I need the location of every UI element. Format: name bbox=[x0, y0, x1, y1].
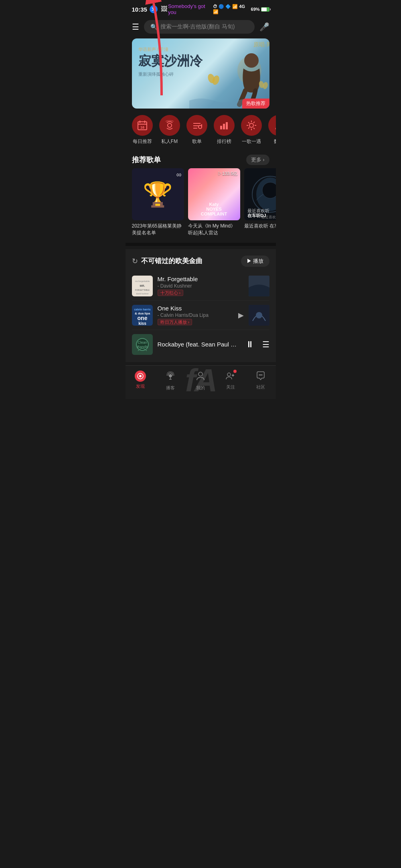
community-icon bbox=[255, 371, 266, 383]
svg-point-12 bbox=[168, 123, 172, 127]
nav-discover[interactable]: 发现 bbox=[126, 369, 156, 393]
svg-point-29 bbox=[262, 182, 276, 198]
now-playing-notification: Somebody's got you bbox=[168, 3, 213, 15]
category-digital[interactable]: 数字 bbox=[265, 115, 276, 145]
rockabye-cover-art: Clean Bandit bbox=[132, 334, 153, 355]
category-playlist[interactable]: 歌单 bbox=[183, 115, 211, 145]
app-header: ☰ 🔍 搜索一生啊-吉他版(翻自 马旬) 🎤 bbox=[126, 17, 276, 38]
section-divider bbox=[126, 243, 276, 246]
category-fm[interactable]: 私人FM bbox=[156, 115, 183, 145]
katy-name: 今天从《In My Mind》听起|私人雷达 bbox=[188, 223, 240, 236]
search-bar[interactable]: 🔍 搜索一生啊-吉他版(翻自 马旬) bbox=[144, 20, 255, 34]
playlist-carDJ[interactable]: ▷62万 最近喜欢听 ❤ 最近喜欢听 在车听DJ 最近喜欢听 在车听DJ bbox=[244, 168, 276, 236]
daily-label: 每日推荐 bbox=[133, 138, 152, 145]
grammy-thumb: ∞ 🏆 bbox=[132, 168, 184, 220]
svg-text:mr.forgettable: mr.forgettable bbox=[135, 280, 150, 282]
song-item-forgettable[interactable]: mr.forgettable MR. FORGETTABLE david kus… bbox=[132, 272, 269, 301]
rank-icon bbox=[214, 115, 235, 136]
svg-text:kiss: kiss bbox=[138, 321, 146, 326]
play-all-button[interactable]: ▶ 播放 bbox=[241, 256, 269, 267]
battery-icon bbox=[261, 7, 269, 12]
svg-text:one: one bbox=[137, 315, 147, 321]
follow-notification-dot bbox=[233, 370, 237, 373]
forgettable-cover: mr.forgettable MR. FORGETTABLE david kus… bbox=[132, 276, 153, 296]
forgettable-badge: 十万红心 › bbox=[158, 290, 244, 296]
status-left: 10:35 支 🖼 bbox=[132, 5, 168, 13]
music-section-header: ↻ 不可错过的欧美金曲 ▶ 播放 bbox=[132, 256, 269, 267]
status-right: ⏱ 🔵 🔷 📶 4G 📶 69% bbox=[213, 4, 269, 14]
music-section: ↻ 不可错过的欧美金曲 ▶ 播放 mr.forgettable MR. FORG… bbox=[126, 249, 276, 362]
category-rank[interactable]: 排行榜 bbox=[211, 115, 238, 145]
svg-text:david kushner: david kushner bbox=[136, 292, 148, 295]
banner[interactable]: 华语新声 / 于潼 寂寞沙洲冷 重新演绎孤独心碎 原唱·周传雄 热歌推荐 bbox=[132, 38, 269, 109]
music-section-left: ↻ 不可错过的欧美金曲 bbox=[132, 256, 203, 266]
menu-button[interactable]: ☰ bbox=[132, 22, 139, 32]
playlist-katy[interactable]: ▷133.5亿 KatyNOYES COMPLAINT 今天从《In My Mi… bbox=[188, 168, 240, 236]
svg-text:16: 16 bbox=[140, 125, 144, 129]
podcast-label: 播客 bbox=[166, 385, 175, 391]
podcast-icon bbox=[165, 371, 176, 383]
recommend-section: 推荐歌单 更多 › ∞ 🏆 2023年第65届格莱美静美提名名单 ▷133.5亿… bbox=[126, 151, 276, 243]
search-placeholder: 搜索一生啊-吉他版(翻自 马旬) bbox=[160, 23, 235, 30]
svg-point-59 bbox=[261, 374, 263, 375]
music-section-title: 不可错过的欧美金曲 bbox=[141, 256, 203, 266]
svg-text:calvin harris: calvin harris bbox=[134, 308, 150, 311]
onekiss-cover: calvin harris & dua lipa one kiss bbox=[132, 305, 153, 326]
onekiss-title: One Kiss bbox=[158, 305, 233, 312]
svg-rect-18 bbox=[220, 126, 222, 129]
forgettable-title: Mr. Forgettable bbox=[158, 276, 244, 282]
playlist-grammy[interactable]: ∞ 🏆 2023年第65届格莱美静美提名名单 bbox=[132, 168, 184, 236]
onekiss-play-icon[interactable]: ▶ bbox=[238, 311, 244, 320]
svg-rect-19 bbox=[223, 124, 225, 129]
svg-point-50 bbox=[169, 374, 172, 377]
song-item-rockabye[interactable]: Clean Bandit Rockabye (feat. Sean Paul &… bbox=[132, 330, 269, 359]
svg-text:Clean: Clean bbox=[138, 340, 147, 344]
section-header-recommend: 推荐歌单 更多 › bbox=[126, 151, 276, 168]
status-bar: 10:35 支 🖼 Somebody's got you ⏱ 🔵 🔷 📶 4G … bbox=[126, 0, 276, 17]
category-encounter[interactable]: 一歌一遇 bbox=[238, 115, 265, 145]
refresh-icon[interactable]: ↻ bbox=[132, 257, 138, 266]
fa-watermark: fA bbox=[185, 362, 216, 399]
svg-point-49 bbox=[139, 375, 142, 377]
forgettable-cover-art: mr.forgettable MR. FORGETTABLE david kus… bbox=[132, 276, 153, 296]
rockabye-cover: Clean Bandit bbox=[132, 334, 153, 355]
onekiss-side-image bbox=[249, 305, 269, 326]
status-time: 10:35 bbox=[132, 6, 147, 13]
pause-button-song[interactable]: ⏸ bbox=[245, 339, 254, 350]
recommend-title: 推荐歌单 bbox=[132, 155, 161, 165]
svg-point-16 bbox=[198, 125, 202, 129]
svg-rect-20 bbox=[226, 122, 228, 129]
forgettable-artist: - David Kushner bbox=[158, 283, 244, 289]
fm-icon bbox=[159, 115, 180, 136]
playlist-icon bbox=[186, 115, 207, 136]
discover-label: 发现 bbox=[136, 383, 145, 389]
nav-podcast[interactable]: 播客 bbox=[156, 369, 186, 393]
carDJ-thumb: ▷62万 最近喜欢听 ❤ 最近喜欢听 在车听DJ bbox=[244, 168, 276, 220]
signal-icons: ⏱ 🔵 🔷 📶 4G 📶 bbox=[213, 4, 250, 14]
more-button[interactable]: 更多 › bbox=[246, 155, 269, 165]
rockabye-title: Rockabye (feat. Sean Paul & Ann··· bbox=[158, 341, 241, 348]
infinity-badge: ∞ bbox=[176, 171, 182, 179]
grammy-icon: 🏆 bbox=[143, 180, 173, 209]
daily-icon: 16 bbox=[132, 115, 153, 136]
song-item-onekiss[interactable]: calvin harris & dua lipa one kiss One Ki… bbox=[132, 301, 269, 330]
onekiss-badge: 昨日万人播放 › bbox=[158, 319, 233, 325]
banner-illustration: 原唱·周传雄 bbox=[189, 38, 269, 109]
grammy-name: 2023年第65届格莱美静美提名名单 bbox=[132, 223, 184, 236]
svg-text:FORGETTABLE: FORGETTABLE bbox=[135, 289, 150, 291]
nav-follow[interactable]: 关注 bbox=[216, 369, 246, 393]
encounter-label: 一歌一遇 bbox=[242, 138, 261, 145]
svg-text:MR.: MR. bbox=[140, 284, 145, 287]
rockabye-info: Rockabye (feat. Sean Paul & Ann··· bbox=[158, 341, 241, 348]
category-daily[interactable]: 16 每日推荐 bbox=[129, 115, 156, 145]
playlist-grid: ∞ 🏆 2023年第65届格莱美静美提名名单 ▷133.5亿 KatyNOYES… bbox=[126, 168, 276, 243]
rank-label: 排行榜 bbox=[217, 138, 231, 145]
photo-icon: 🖼 bbox=[160, 5, 168, 13]
digital-icon bbox=[268, 115, 276, 136]
playlist-button-song[interactable]: ☰ bbox=[262, 340, 269, 349]
nav-community[interactable]: 社区 bbox=[246, 369, 276, 393]
katy-thumb: ▷133.5亿 KatyNOYES COMPLAINT bbox=[188, 168, 240, 220]
onekiss-cover-art: calvin harris & dua lipa one kiss bbox=[132, 305, 153, 326]
banner-tag: 热歌推荐 bbox=[242, 99, 269, 109]
mic-button[interactable]: 🎤 bbox=[259, 22, 269, 32]
